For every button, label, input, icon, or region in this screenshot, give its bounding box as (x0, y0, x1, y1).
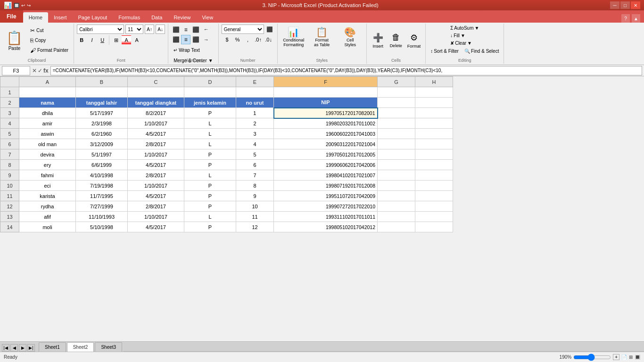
cell-d8[interactable]: P (184, 160, 236, 170)
cell-f13[interactable]: 199311102017011011 (274, 212, 378, 222)
cell-h2[interactable] (415, 98, 453, 108)
cell-b5[interactable]: 6/2/1960 (76, 129, 128, 139)
decrease-decimal-button[interactable]: .0↓ (264, 35, 273, 44)
cell-a2[interactable]: nama (19, 98, 76, 108)
align-middle-left-button[interactable]: ⬛ (171, 35, 181, 44)
cell-e7[interactable]: 5 (236, 149, 274, 160)
cell-d3[interactable]: P (184, 108, 236, 118)
number-format-select[interactable]: General (222, 25, 264, 34)
cell-f5[interactable]: 196006022017041003 (274, 129, 378, 139)
cell-g1[interactable] (378, 87, 415, 98)
cell-f9[interactable]: 199804102017021007 (274, 170, 378, 181)
cell-a11[interactable]: karista (19, 191, 76, 201)
cell-c7[interactable]: 1/10/2017 (128, 149, 184, 160)
main-sheet[interactable]: A B C D E F G H 1 (0, 76, 644, 341)
merge-center-dropdown-icon[interactable]: ▼ (208, 58, 213, 63)
cell-a3[interactable]: dhila (19, 108, 76, 118)
row-num-8[interactable]: 8 (0, 160, 19, 170)
cell-d5[interactable]: L (184, 129, 236, 139)
cell-g14[interactable] (378, 222, 415, 232)
row-num-4[interactable]: 4 (0, 118, 19, 129)
tab-home[interactable]: Home (23, 12, 48, 23)
increase-font-button[interactable]: A↑ (145, 25, 154, 34)
cell-h13[interactable] (415, 212, 453, 222)
cell-h9[interactable] (415, 170, 453, 181)
font-size-select[interactable]: 11 (125, 25, 143, 34)
close-button[interactable]: ✕ (631, 1, 640, 9)
currency-button[interactable]: $ (223, 35, 232, 44)
cell-g5[interactable] (378, 129, 415, 139)
align-middle-right-button[interactable]: ⬛ (191, 35, 200, 44)
cell-f10[interactable]: 199807192017012008 (274, 181, 378, 191)
cell-d14[interactable]: P (184, 222, 236, 232)
sort-filter-button[interactable]: ↕ Sort & Filter (429, 48, 461, 55)
increase-decimal-button[interactable]: .0↑ (254, 35, 263, 44)
col-header-e[interactable]: E (236, 77, 274, 87)
cell-e11[interactable]: 9 (236, 191, 274, 201)
italic-button[interactable]: I (87, 35, 97, 45)
cell-g13[interactable] (378, 212, 415, 222)
cell-g8[interactable] (378, 160, 415, 170)
cell-g12[interactable] (378, 201, 415, 212)
page-break-icon[interactable]: 🔳 (635, 354, 640, 360)
cell-h5[interactable] (415, 129, 453, 139)
tab-data[interactable]: Data (146, 12, 168, 23)
autosum-dropdown-icon[interactable]: ▼ (475, 25, 479, 31)
cell-f6[interactable]: 200903122017021004 (274, 139, 378, 149)
tab-formulas[interactable]: Formulas (113, 12, 146, 23)
cell-d13[interactable]: L (184, 212, 236, 222)
cell-c13[interactable]: 1/10/2017 (128, 212, 184, 222)
cell-b3[interactable]: 5/17/1997 (76, 108, 128, 118)
cell-a6[interactable]: old man (19, 139, 76, 149)
row-num-6[interactable]: 6 (0, 139, 19, 149)
col-header-a[interactable]: A (19, 77, 76, 87)
row-num-11[interactable]: 11 (0, 191, 19, 201)
bold-button[interactable]: B (77, 35, 86, 45)
cell-h12[interactable] (415, 201, 453, 212)
cell-d7[interactable]: P (184, 149, 236, 160)
format-table-button[interactable]: 📋 Formatas Table (309, 25, 335, 49)
cell-f14[interactable]: 199805102017042012 (274, 222, 378, 232)
cell-f4[interactable]: 199802032017011002 (274, 118, 378, 129)
normal-view-icon[interactable]: ⊞ (629, 354, 633, 360)
indent-decrease-button[interactable]: ← (201, 25, 211, 34)
cell-h14[interactable] (415, 222, 453, 232)
cell-c14[interactable]: 4/5/2017 (128, 222, 184, 232)
clear-button[interactable]: ✘ Clear ▼ (448, 40, 481, 47)
cell-c1[interactable] (128, 87, 184, 98)
formula-input[interactable] (50, 66, 642, 75)
cell-e4[interactable]: 2 (236, 118, 274, 129)
col-header-f[interactable]: F (274, 77, 378, 87)
minimize-button[interactable]: ─ (610, 1, 619, 9)
cell-d11[interactable]: P (184, 191, 236, 201)
cell-b10[interactable]: 7/19/1998 (76, 181, 128, 191)
percent-button[interactable]: % (233, 35, 242, 44)
insert-button[interactable]: ➕ Insert (370, 28, 387, 53)
col-header-g[interactable]: G (378, 77, 415, 87)
cell-c10[interactable]: 1/10/2017 (128, 181, 184, 191)
cell-a13[interactable]: afif (19, 212, 76, 222)
cell-b4[interactable]: 2/3/1998 (76, 118, 128, 129)
fill-color-button[interactable]: A (122, 35, 131, 45)
cell-e2[interactable]: no urut (236, 98, 274, 108)
maximize-button[interactable]: □ (620, 1, 630, 9)
cell-h1[interactable] (415, 87, 453, 98)
cell-d4[interactable]: L (184, 118, 236, 129)
row-num-14[interactable]: 14 (0, 222, 19, 232)
cell-e6[interactable]: 4 (236, 139, 274, 149)
cell-b8[interactable]: 6/6/1999 (76, 160, 128, 170)
sheet-nav-first[interactable]: |◀ (2, 344, 9, 352)
zoom-slider[interactable] (573, 354, 611, 361)
cell-c11[interactable]: 4/5/2017 (128, 191, 184, 201)
sheet-tab-3[interactable]: Sheet3 (95, 342, 122, 352)
row-num-10[interactable]: 10 (0, 181, 19, 191)
cell-d10[interactable]: P (184, 181, 236, 191)
cell-g9[interactable] (378, 170, 415, 181)
wrap-text-button[interactable]: ↵ Wrap Text (171, 45, 202, 55)
decrease-font-button[interactable]: A↓ (156, 25, 165, 34)
cell-c3[interactable]: 8/2/2017 (128, 108, 184, 118)
format-painter-button[interactable]: 🖌 Format Painter (28, 46, 71, 55)
sheet-tab-2[interactable]: Sheet2 (67, 342, 94, 352)
cell-e10[interactable]: 8 (236, 181, 274, 191)
cell-c4[interactable]: 1/10/2017 (128, 118, 184, 129)
